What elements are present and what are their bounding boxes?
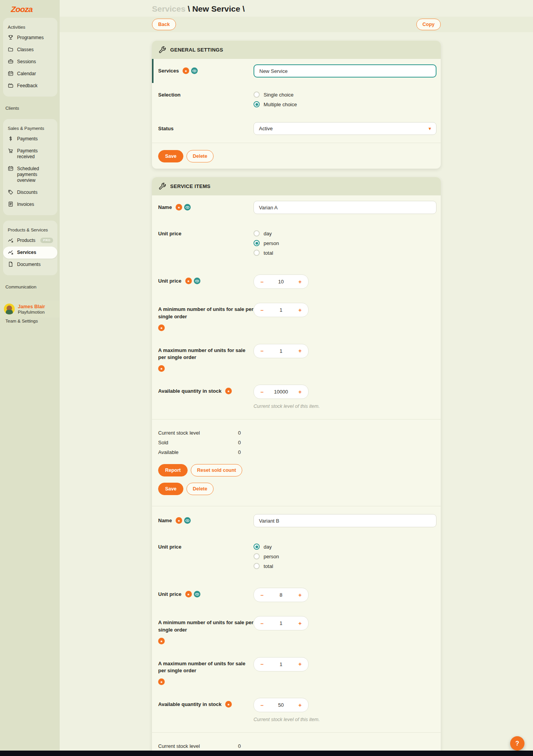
stat-value: 0 [238, 430, 241, 436]
wrench-icon [158, 46, 166, 54]
radio-icon[interactable] [254, 230, 260, 236]
unit-price-value[interactable]: 10 [278, 279, 284, 285]
radio-person[interactable]: person [254, 553, 436, 559]
help-button[interactable]: ? [510, 736, 524, 751]
radio-icon[interactable] [254, 91, 260, 98]
radio-icon[interactable] [254, 250, 260, 256]
stock-hint: Current stock level of this item. [254, 717, 436, 722]
stat-label: Current stock level [158, 743, 238, 749]
max-units-value[interactable]: 1 [279, 348, 282, 354]
stock-value[interactable]: 10000 [274, 389, 288, 395]
min-units-value[interactable]: 1 [279, 620, 282, 626]
radio-icon[interactable] [254, 553, 260, 559]
radio-total[interactable]: total [254, 563, 436, 569]
sidebar-item-payments-received[interactable]: Payments received [3, 145, 57, 163]
min-units-label: A minimum number of units for sale per s… [158, 619, 254, 634]
plus-button[interactable]: + [297, 620, 303, 627]
calendar-icon [8, 166, 14, 171]
plus-button[interactable]: + [297, 661, 303, 667]
sidebar-item-label: Calendar [17, 71, 36, 77]
sidebar-item-invoices[interactable]: Invoices [3, 198, 57, 211]
min-units-row: A minimum number of units for sale per s… [152, 608, 441, 652]
unit-price-value[interactable]: 8 [279, 592, 282, 598]
delete-button[interactable]: Delete [186, 150, 214, 162]
sidebar-item-communication[interactable]: Communication [0, 281, 60, 298]
reset-sold-count-button[interactable]: Reset sold count [191, 464, 242, 476]
main-content: Services \ New Service \ Back Copy GENER… [60, 0, 533, 756]
sidebar-item-classes[interactable]: Classes [3, 44, 57, 56]
radio-icon[interactable] [254, 563, 260, 569]
stat-value: 0 [238, 440, 241, 445]
sidebar-item-documents[interactable]: Documents [3, 259, 57, 271]
plus-button[interactable]: + [297, 702, 303, 708]
sidebar-item-payments[interactable]: Payments [3, 133, 57, 145]
document-icon [8, 261, 14, 267]
visibility-icon[interactable] [194, 278, 200, 284]
required-icon: * [225, 701, 232, 708]
sidebar-item-feedback[interactable]: Feedback [3, 80, 57, 92]
sidebar-item-discounts[interactable]: Discounts [3, 186, 57, 198]
minus-button[interactable]: – [259, 592, 265, 598]
item-name-input[interactable] [254, 514, 436, 527]
minus-button[interactable]: – [259, 279, 265, 285]
radio-label: person [264, 554, 279, 559]
status-select[interactable]: Active ▾ [254, 122, 436, 135]
sidebar-item-products[interactable]: Products PRO [3, 235, 57, 247]
radio-day[interactable]: day [254, 544, 436, 550]
save-button[interactable]: Save [158, 483, 183, 495]
copy-button[interactable]: Copy [416, 19, 441, 30]
plus-button[interactable]: + [297, 389, 303, 395]
visibility-icon[interactable] [194, 591, 200, 597]
sidebar-item-label: Documents [17, 262, 41, 268]
radio-icon[interactable] [254, 101, 260, 107]
sidebar-item-services[interactable]: Services [3, 247, 57, 259]
radio-multiple-choice[interactable]: Multiple choice [254, 101, 436, 107]
sidebar-item-programmes[interactable]: Programmes [3, 32, 57, 44]
radio-single-choice[interactable]: Single choice [254, 91, 436, 98]
stock-value[interactable]: 50 [278, 702, 284, 708]
sidebar-item-scheduled-payments[interactable]: Scheduled payments overview [3, 163, 57, 186]
plus-button[interactable]: + [297, 348, 303, 354]
back-button[interactable]: Back [152, 19, 176, 30]
sidebar-item-clients[interactable]: Clients [0, 102, 60, 119]
visibility-icon[interactable] [184, 517, 191, 524]
plus-button[interactable]: + [297, 279, 303, 285]
invoice-icon [8, 201, 14, 207]
radio-day[interactable]: day [254, 230, 436, 236]
briefcase-icon [8, 59, 14, 64]
radio-label: total [264, 563, 273, 569]
user-card[interactable]: James Blair Playfulmotion [0, 300, 60, 318]
minus-button[interactable]: – [259, 389, 265, 395]
unit-price-label: Unit price [158, 591, 181, 597]
save-button[interactable]: Save [158, 150, 183, 162]
sidebar-item-calendar[interactable]: Calendar [3, 68, 57, 80]
plus-button[interactable]: + [297, 307, 303, 313]
radio-total[interactable]: total [254, 250, 436, 256]
minus-button[interactable]: – [259, 702, 265, 708]
sidebar-item-label: Programmes [17, 35, 44, 41]
breadcrumb-services[interactable]: Services [152, 4, 185, 13]
max-units-value[interactable]: 1 [279, 661, 282, 667]
visibility-icon[interactable] [191, 67, 198, 74]
minus-button[interactable]: – [259, 307, 265, 313]
item-name-input[interactable] [254, 201, 436, 214]
report-button[interactable]: Report [158, 464, 188, 476]
stock-row: Available quantity in stock * – 10000 + … [152, 379, 441, 417]
visibility-icon[interactable] [184, 204, 191, 211]
sidebar-item-sessions[interactable]: Sessions [3, 56, 57, 68]
plus-button[interactable]: + [297, 592, 303, 598]
sidebar-section-activities: Activities Programmes Classes Sessions C… [3, 18, 57, 97]
radio-person[interactable]: person [254, 240, 436, 246]
min-units-value[interactable]: 1 [279, 307, 282, 313]
radio-icon[interactable] [254, 544, 260, 550]
pro-badge: PRO [40, 238, 53, 243]
page: Zooza Activities Programmes Classes Sess… [0, 0, 533, 756]
app-logo[interactable]: Zooza [0, 0, 60, 18]
services-name-input[interactable] [254, 64, 436, 78]
delete-button[interactable]: Delete [186, 483, 214, 495]
minus-button[interactable]: – [259, 348, 265, 354]
radio-icon[interactable] [254, 240, 260, 246]
minus-button[interactable]: – [259, 661, 265, 667]
required-icon: * [185, 591, 192, 597]
minus-button[interactable]: – [259, 620, 265, 627]
